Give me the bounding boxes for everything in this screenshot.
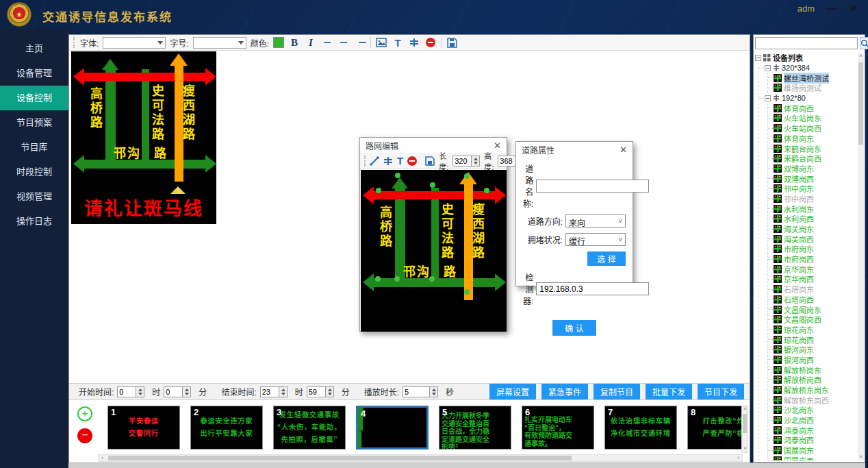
device-item[interactable]: 解放桥东岗东 (768, 385, 859, 395)
close-button[interactable]: ✕ (845, 1, 863, 16)
device-item[interactable]: 琼花岗东 (768, 325, 859, 335)
device-item[interactable]: 市府岗东 (768, 244, 859, 254)
device-item[interactable]: 火车站岗东 (768, 113, 859, 123)
start-hour-spinner[interactable] (136, 386, 144, 397)
control-point[interactable] (464, 173, 470, 179)
device-item[interactable]: 解放桥东岗西 (768, 395, 859, 405)
device-item[interactable]: 解放桥岗西 (768, 375, 859, 385)
device-item[interactable]: 火车站岗西 (768, 123, 859, 134)
action-button-复制节目[interactable]: 复制节目 (593, 384, 640, 399)
road-direction-select[interactable]: 来向 ˅ (565, 214, 626, 227)
device-item[interactable]: 水利岗西 (768, 214, 859, 224)
end-hour-spinner[interactable] (279, 386, 288, 397)
control-point[interactable] (394, 276, 400, 282)
control-point[interactable] (375, 276, 381, 282)
sidebar-item-节目预案[interactable]: 节目预案 (0, 110, 68, 135)
control-point[interactable] (395, 173, 400, 178)
action-button-屏幕设置[interactable]: 屏幕设置 (489, 384, 536, 399)
scroll-down-icon[interactable]: ˅ (742, 445, 748, 452)
device-item[interactable]: 石塔岗西 (768, 295, 859, 305)
start-minute-spinner[interactable] (183, 386, 191, 397)
device-item[interactable]: 沙北岗东 (768, 405, 859, 415)
control-point[interactable] (464, 289, 470, 295)
device-item[interactable]: 国展岗东 (768, 445, 859, 456)
length-spinner[interactable] (472, 156, 480, 167)
duration-spinner[interactable] (430, 386, 438, 397)
tree-scrollbar[interactable]: ˄ ˅ (858, 53, 864, 460)
delete-tool-icon[interactable] (407, 155, 417, 167)
font-select[interactable] (103, 37, 166, 49)
start-minute-input[interactable] (164, 386, 183, 397)
save-icon[interactable] (446, 36, 458, 49)
device-item[interactable]: 体育岗西 (768, 103, 859, 113)
device-item[interactable]: 国展岗西 (768, 456, 859, 461)
device-item[interactable]: 鸿泰岗西 (768, 435, 859, 445)
italic-button[interactable]: I (305, 36, 317, 49)
remove-program-button[interactable]: − (77, 428, 92, 443)
bold-button[interactable]: B (288, 36, 301, 49)
tree-group-320*384[interactable]: 320*384 (759, 63, 859, 73)
road-name-input[interactable] (536, 180, 649, 193)
line-tool-icon[interactable] (370, 155, 379, 167)
device-item[interactable]: 螺丝湾桥测试 (768, 73, 859, 83)
duration-input[interactable] (403, 386, 430, 397)
device-item[interactable]: 文昌阁岗西 (768, 315, 859, 325)
device-item[interactable]: 京华岗东 (768, 264, 859, 274)
playlist-item-2[interactable]: 2春运安全连万家出行平安靠大家 (190, 406, 263, 449)
action-button-批量下发[interactable]: 批量下发 (646, 384, 692, 399)
playlist-item-8[interactable]: 8打击整改“炸严查严防“机 (687, 406, 741, 449)
control-point[interactable] (376, 188, 381, 193)
device-item[interactable]: 体育岗东 (768, 134, 859, 144)
align-right-icon[interactable] (354, 36, 366, 49)
road-tool-icon[interactable] (383, 155, 393, 167)
device-item[interactable]: 来鹤台岗西 (768, 153, 859, 164)
height-input[interactable] (498, 156, 517, 167)
sidebar-item-节目库[interactable]: 节目库 (0, 135, 68, 160)
end-hour-input[interactable] (260, 386, 279, 397)
device-item[interactable]: 双博岗东 (768, 164, 859, 174)
text-tool-button[interactable]: T (397, 155, 403, 167)
device-item[interactable]: 海关岗西 (768, 234, 859, 244)
device-item[interactable]: 沙北岗西 (768, 415, 859, 426)
align-left-icon[interactable] (321, 36, 333, 49)
device-item[interactable]: 石塔岗东 (768, 284, 859, 295)
search-button[interactable] (860, 37, 868, 49)
add-program-button[interactable]: + (77, 406, 92, 421)
search-input[interactable] (755, 37, 858, 49)
device-item[interactable]: 邗中岗西 (768, 194, 859, 204)
playlist-item-5[interactable]: 5大力开展秋冬季交通安全整治百日会战，全力稳定道路交通安全形势！ (439, 406, 511, 449)
scroll-down-icon[interactable]: ˅ (858, 454, 864, 460)
device-item[interactable]: 文昌阁岗东 (768, 304, 859, 315)
device-item[interactable]: 维扬岗测试 (768, 83, 859, 93)
sidebar-item-时段控制[interactable]: 时段控制 (0, 160, 68, 184)
device-item[interactable]: 水利岗东 (768, 204, 859, 214)
confirm-button[interactable]: 确 认 (552, 320, 596, 336)
sidebar-item-设备控制[interactable]: 设备控制 (0, 86, 68, 110)
device-item[interactable]: 琼花岗西 (768, 334, 859, 345)
save-icon[interactable] (425, 155, 435, 167)
align-center-icon[interactable] (337, 36, 350, 49)
scroll-left-icon[interactable]: ‹ (99, 455, 106, 461)
device-item[interactable]: 鸿泰岗东 (768, 425, 859, 435)
close-icon[interactable]: ✕ (494, 140, 501, 151)
device-item[interactable]: 海关岗东 (768, 224, 859, 234)
detector-input[interactable] (536, 282, 649, 295)
device-item[interactable]: 市府岗西 (768, 254, 859, 264)
control-point[interactable] (484, 188, 489, 193)
select-button[interactable]: 选 择 (587, 251, 626, 266)
font-size-select[interactable] (193, 37, 246, 49)
playlist-item-1[interactable]: 1平安春运交警同行 (107, 406, 180, 449)
image-icon[interactable] (375, 36, 387, 49)
congestion-select[interactable]: 缓行 ˅ (565, 233, 626, 246)
sidebar-item-主页[interactable]: 主页 (0, 36, 68, 61)
playlist-item-7[interactable]: 7依法治理非标车辆净化城市交通环境 (604, 406, 677, 449)
control-point[interactable] (429, 276, 435, 282)
end-minute-spinner[interactable] (326, 386, 334, 397)
device-item[interactable]: 来鹤台岗东 (768, 143, 859, 153)
playlist-item-3[interactable]: 3发生轻微交通事故“人未伤，车能动，先拍照，后撤离” (273, 406, 346, 449)
expand-icon[interactable] (765, 95, 771, 101)
playlist-item-4[interactable]: 4高桥路史可法路瘦西湖路邗沟路请礼让斑马线 (356, 406, 429, 449)
road-network-canvas[interactable]: 高桥路史可法路瘦西湖路邗沟路 (361, 170, 507, 332)
sidebar-item-设备管理[interactable]: 设备管理 (0, 61, 68, 86)
end-minute-input[interactable] (307, 386, 326, 397)
